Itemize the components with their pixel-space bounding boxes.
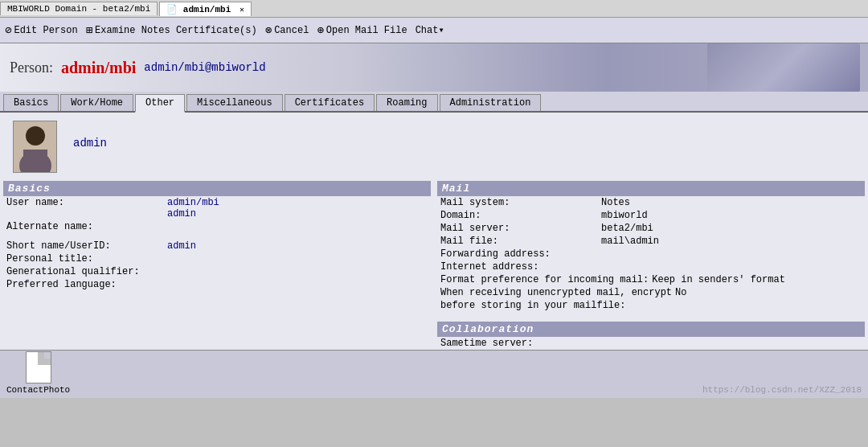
field-value-username: admin/mbi admin [167,197,219,219]
field-alternate-name: Alternate name: [3,220,431,233]
examine-notes-button[interactable]: ⊞ Examine Notes Certificate(s) [86,23,257,37]
field-label-mail-file: Mail file: [440,236,601,247]
avatar-image [14,121,57,173]
tabs-bar: Basics Work/Home Other Miscellaneous Cer… [0,92,868,113]
field-mail-server: Mail server: beta2/mbi [437,222,865,235]
field-encrypt-line2: before storing in your mailfile: [437,299,865,312]
field-label-alternate: Alternate name: [6,221,167,232]
avatar [13,121,57,173]
field-label-internet-addr: Internet address: [440,261,601,273]
mail-column: Mail Mail system: Notes Domain: mbiworld… [437,181,865,350]
person-header: Person: admin/mbi admin/mbi@mbiworld [0,43,868,92]
field-label-forwarding: Forwarding address: [440,248,601,260]
basics-column: Basics User name: admin/mbi admin Altern… [3,181,431,350]
contact-photo-label: ContactPhoto [6,385,70,395]
tab-doc-icon: 📄 [166,5,178,14]
chat-button[interactable]: Chat▾ [416,24,444,36]
person-name: admin/mbi [61,59,136,77]
field-label-domain: Domain: [440,210,601,221]
person-email: admin/mbi@mbiworld [144,61,265,74]
people-decoration [707,43,860,92]
field-label-personal-title: Personal title: [6,253,167,265]
field-value-mail-system: Notes [601,197,630,208]
collaboration-header: Collaboration [437,322,865,337]
watermark-text: https://blog.csdn.net/XZZ_2018 [702,385,862,395]
col-divider [431,181,437,350]
tab-certificates[interactable]: Certificates [285,94,375,111]
person-label: Person: [10,59,53,76]
svg-rect-3 [23,150,47,170]
examine-icon: ⊞ [86,23,92,37]
field-value-format-pref: Keep in senders' format [652,274,785,285]
field-value-shortname: admin [167,240,196,252]
tab-admin-mbi[interactable]: 📄 admin/mbi ✕ [159,2,252,16]
field-forwarding-addr: Forwarding address: [437,248,865,260]
field-username: User name: admin/mbi admin [3,196,431,220]
field-mail-system: Mail system: Notes [437,196,865,209]
field-label-format-pref: Format preference for incoming mail: [440,274,649,285]
bottom-bar: ContactPhoto https://blog.csdn.net/XZZ_2… [0,350,868,398]
field-value-mail-server: beta2/mbi [601,223,653,234]
tab-mbiworld[interactable]: MBIWORLD Domain - beta2/mbi [0,2,158,15]
data-section: Basics User name: admin/mbi admin Altern… [0,181,868,350]
basics-header: Basics [3,181,431,196]
field-value-encrypt1: No [675,287,686,298]
field-label-preferred-lang: Preferred language: [6,279,167,290]
toolbar: ⊘ Edit Person ⊞ Examine Notes Certificat… [0,18,868,43]
field-personal-title: Personal title: [3,252,431,265]
field-label-encrypt1: When receiving unencrypted mail, encrypt [440,287,672,298]
tab-administration[interactable]: Administration [440,94,542,111]
mail-icon: ⊕ [317,23,323,37]
display-name: admin [73,121,107,150]
profile-section: admin [0,113,868,181]
content-area: admin Basics User name: admin/mbi admin … [0,113,868,350]
field-label-sametime: Sametime server: [440,338,601,349]
field-format-pref: Format preference for incoming mail: Kee… [437,273,865,286]
field-gen-qualifier: Generational qualifier: [3,265,431,278]
edit-person-button[interactable]: ⊘ Edit Person [5,23,78,37]
field-internet-addr: Internet address: [437,260,865,273]
field-label-encrypt2: before storing in your mailfile: [440,300,625,311]
contact-photo-icon[interactable]: ContactPhoto [6,351,70,395]
field-domain: Domain: mbiworld [437,209,865,222]
file-icon [26,351,51,383]
open-mail-button[interactable]: ⊕ Open Mail File [317,23,407,37]
field-label-username: User name: [6,197,167,219]
mail-header: Mail [437,181,865,196]
field-label-shortname: Short name/UserID: [6,240,167,252]
tab-roaming[interactable]: Roaming [376,94,437,111]
field-value-mail-file: mail\admin [601,236,659,247]
tab-miscellaneous[interactable]: Miscellaneous [186,94,283,111]
tab-basics[interactable]: Basics [3,94,59,111]
tab-other[interactable]: Other [135,94,185,113]
field-mail-file: Mail file: mail\admin [437,235,865,248]
title-bar: MBIWORLD Domain - beta2/mbi 📄 admin/mbi … [0,0,868,18]
cancel-button[interactable]: ⊗ Cancel [265,23,309,37]
field-preferred-lang: Preferred language: [3,278,431,291]
field-encrypt-line1: When receiving unencrypted mail, encrypt… [437,286,865,299]
field-short-name: Short name/UserID: admin [3,240,431,252]
edit-icon: ⊘ [5,23,11,37]
field-label-mail-server: Mail server: [440,223,601,234]
svg-point-1 [26,126,45,146]
tab-work-home[interactable]: Work/Home [60,94,133,111]
field-sametime: Sametime server: [437,337,865,350]
tab-close-icon[interactable]: ✕ [240,6,244,14]
cancel-icon: ⊗ [265,23,272,37]
field-value-domain: mbiworld [601,210,648,221]
field-label-mail-system: Mail system: [440,197,601,208]
field-label-gen-qualifier: Generational qualifier: [6,266,167,277]
